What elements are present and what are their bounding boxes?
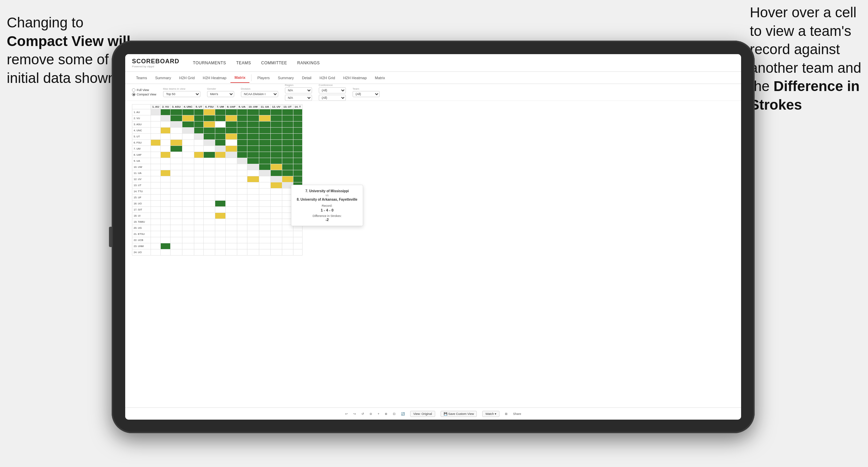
matrix-cell[interactable] bbox=[282, 158, 293, 164]
matrix-cell[interactable] bbox=[171, 225, 182, 231]
matrix-cell[interactable] bbox=[271, 213, 282, 219]
matrix-cell[interactable] bbox=[225, 158, 237, 164]
matrix-cell[interactable] bbox=[271, 128, 282, 134]
matrix-cell[interactable] bbox=[215, 243, 225, 249]
matrix-cell[interactable] bbox=[271, 109, 282, 115]
matrix-cell[interactable] bbox=[215, 146, 225, 152]
matrix-cell[interactable] bbox=[247, 146, 259, 152]
matrix-cell[interactable] bbox=[247, 164, 259, 170]
matrix-cell[interactable] bbox=[225, 146, 237, 152]
matrix-cell[interactable] bbox=[151, 170, 161, 176]
matrix-cell[interactable] bbox=[293, 121, 302, 128]
matrix-cell[interactable] bbox=[247, 170, 259, 176]
matrix-cell[interactable] bbox=[259, 176, 271, 182]
matrix-cell[interactable] bbox=[247, 121, 259, 128]
matrix-cell[interactable] bbox=[225, 109, 237, 115]
matrix-cell[interactable] bbox=[194, 207, 204, 213]
matrix-cell[interactable] bbox=[151, 115, 161, 121]
matrix-cell[interactable] bbox=[237, 121, 247, 128]
matrix-cell[interactable] bbox=[237, 164, 247, 170]
matrix-cell[interactable] bbox=[237, 134, 247, 140]
matrix-cell[interactable] bbox=[161, 109, 171, 115]
matrix-cell[interactable] bbox=[215, 176, 225, 182]
matrix-cell[interactable] bbox=[225, 237, 237, 243]
matrix-cell[interactable] bbox=[182, 109, 194, 115]
matrix-cell[interactable] bbox=[171, 201, 182, 207]
matrix-cell[interactable] bbox=[271, 201, 282, 207]
matrix-cell[interactable] bbox=[225, 121, 237, 128]
matrix-cell[interactable] bbox=[194, 201, 204, 207]
matrix-cell[interactable] bbox=[204, 176, 215, 182]
matrix-cell[interactable] bbox=[215, 213, 225, 219]
matrix-cell[interactable] bbox=[282, 231, 293, 237]
matrix-cell[interactable] bbox=[161, 249, 171, 255]
tab-players[interactable]: Players bbox=[253, 73, 274, 83]
matrix-cell[interactable] bbox=[293, 115, 302, 121]
matrix-cell[interactable] bbox=[259, 231, 271, 237]
matrix-cell[interactable] bbox=[259, 243, 271, 249]
matrix-cell[interactable] bbox=[271, 207, 282, 213]
matrix-cell[interactable] bbox=[225, 249, 237, 255]
matrix-cell[interactable] bbox=[151, 182, 161, 188]
matrix-cell[interactable] bbox=[259, 121, 271, 128]
team-select[interactable]: (All) bbox=[353, 91, 380, 97]
matrix-cell[interactable] bbox=[215, 182, 225, 188]
matrix-cell[interactable] bbox=[225, 219, 237, 225]
matrix-cell[interactable] bbox=[204, 134, 215, 140]
matrix-cell[interactable] bbox=[293, 237, 302, 243]
matrix-cell[interactable] bbox=[182, 225, 194, 231]
matrix-cell[interactable] bbox=[182, 243, 194, 249]
matrix-cell[interactable] bbox=[237, 176, 247, 182]
matrix-cell[interactable] bbox=[161, 121, 171, 128]
matrix-cell[interactable] bbox=[259, 182, 271, 188]
matrix-cell[interactable] bbox=[282, 140, 293, 146]
matrix-cell[interactable] bbox=[271, 225, 282, 231]
matrix-cell[interactable] bbox=[182, 231, 194, 237]
matrix-cell[interactable] bbox=[282, 121, 293, 128]
matrix-cell[interactable] bbox=[271, 182, 282, 188]
matrix-cell[interactable] bbox=[271, 188, 282, 195]
matrix-cell[interactable] bbox=[204, 109, 215, 115]
radio-compact-view[interactable]: Compact View bbox=[132, 93, 156, 96]
matrix-cell[interactable] bbox=[194, 195, 204, 201]
matrix-cell[interactable] bbox=[293, 243, 302, 249]
matrix-cell[interactable] bbox=[182, 195, 194, 201]
matrix-cell[interactable] bbox=[171, 243, 182, 249]
undo-button[interactable]: ↩ bbox=[345, 412, 348, 416]
matrix-cell[interactable] bbox=[171, 176, 182, 182]
matrix-cell[interactable] bbox=[204, 158, 215, 164]
matrix-cell[interactable] bbox=[204, 195, 215, 201]
matrix-cell[interactable] bbox=[293, 128, 302, 134]
nav-tournaments[interactable]: TOURNAMENTS bbox=[193, 59, 226, 67]
matrix-cell[interactable] bbox=[161, 201, 171, 207]
matrix-cell[interactable] bbox=[215, 225, 225, 231]
matrix-cell[interactable] bbox=[161, 225, 171, 231]
refresh-button[interactable]: 🔄 bbox=[401, 412, 405, 416]
matrix-cell[interactable] bbox=[171, 146, 182, 152]
matrix-cell[interactable] bbox=[215, 109, 225, 115]
redo-button[interactable]: ↪ bbox=[353, 412, 356, 416]
matrix-cell[interactable] bbox=[271, 237, 282, 243]
matrix-cell[interactable] bbox=[194, 115, 204, 121]
matrix-cell[interactable] bbox=[237, 115, 247, 121]
matrix-cell[interactable] bbox=[282, 109, 293, 115]
matrix-cell[interactable] bbox=[225, 176, 237, 182]
matrix-cell[interactable] bbox=[247, 237, 259, 243]
matrix-cell[interactable] bbox=[194, 152, 204, 158]
radio-full-view[interactable]: Full View bbox=[132, 88, 156, 92]
matrix-cell[interactable] bbox=[259, 146, 271, 152]
matrix-cell[interactable] bbox=[182, 128, 194, 134]
matrix-cell[interactable] bbox=[204, 201, 215, 207]
matrix-cell[interactable] bbox=[247, 201, 259, 207]
matrix-cell[interactable] bbox=[204, 146, 215, 152]
matrix-cell[interactable] bbox=[151, 109, 161, 115]
matrix-cell[interactable] bbox=[237, 225, 247, 231]
matrix-cell[interactable] bbox=[282, 146, 293, 152]
matrix-cell[interactable] bbox=[204, 237, 215, 243]
matrix-cell[interactable] bbox=[171, 140, 182, 146]
matrix-cell[interactable] bbox=[282, 237, 293, 243]
matrix-cell[interactable] bbox=[182, 201, 194, 207]
matrix-cell[interactable] bbox=[225, 140, 237, 146]
matrix-cell[interactable] bbox=[194, 140, 204, 146]
matrix-cell[interactable] bbox=[293, 109, 302, 115]
